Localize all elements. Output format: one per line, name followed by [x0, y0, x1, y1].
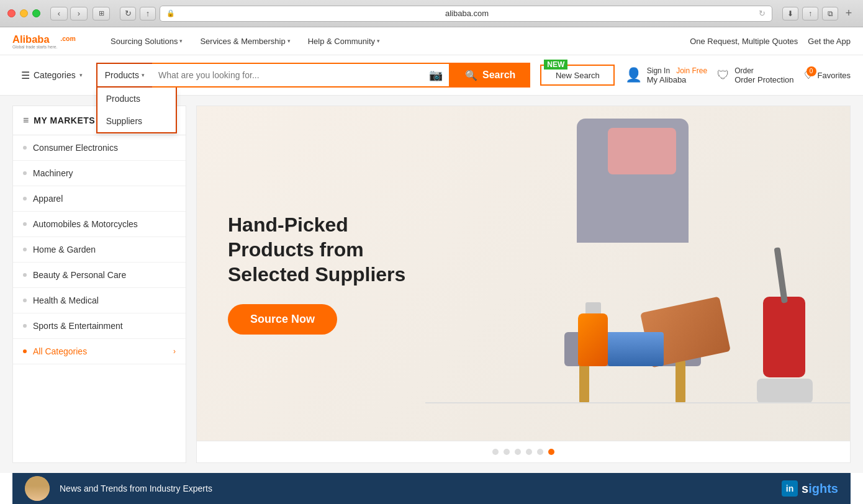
- traffic-lights: [7, 9, 40, 17]
- help-community-chevron: ▾: [377, 38, 380, 44]
- share-button[interactable]: ↑: [802, 7, 818, 20]
- user-actions: 👤 Sign In Join Free My Alibaba 🛡 Order O…: [625, 66, 851, 84]
- tab-display-button[interactable]: ⊞: [93, 7, 110, 20]
- dot-icon: [23, 146, 27, 150]
- carousel-dot-4[interactable]: [526, 449, 532, 455]
- heart-icon: ♡ 0: [804, 70, 813, 81]
- download-icon[interactable]: ⬇: [782, 7, 798, 20]
- refresh-icon[interactable]: ↻: [120, 7, 136, 20]
- order-protection-action[interactable]: 🛡 Order Order Protection: [717, 66, 793, 84]
- dot-icon: [23, 197, 27, 200]
- dot-icon: [23, 171, 27, 175]
- banner-area: Hand-Picked Products from Selected Suppl…: [196, 106, 851, 463]
- chair-leg-left: [579, 360, 589, 403]
- share-icon[interactable]: ↑: [140, 7, 156, 20]
- favorites-action[interactable]: ♡ 0 Favorites: [804, 70, 851, 81]
- address-bar[interactable]: 🔒 alibaba.com ↻: [160, 6, 772, 22]
- carousel-dot-6[interactable]: [548, 449, 554, 455]
- bottom-banner: News and Trends from Industry Experts in…: [12, 473, 851, 504]
- bottom-banner-text: News and Trends from Industry Experts: [60, 484, 212, 493]
- sidebar-item-machinery[interactable]: Machinery: [13, 161, 186, 186]
- new-search-text: New Search: [556, 71, 600, 80]
- sidebar-item-automobiles[interactable]: Automobiles & Motorcycles: [13, 212, 186, 237]
- sidebar-item-health-medical[interactable]: Health & Medical: [13, 288, 186, 313]
- menu-icon: ☰: [21, 70, 30, 81]
- bottle: [578, 302, 608, 366]
- services-membership-link[interactable]: Services & Membership ▾: [191, 27, 299, 55]
- products-dropdown: Products Suppliers: [96, 88, 177, 133]
- dropdown-item-suppliers[interactable]: Suppliers: [97, 110, 176, 132]
- carousel-dot-1[interactable]: [492, 449, 499, 455]
- add-tab-button[interactable]: +: [842, 7, 856, 20]
- carousel-content: Hand-Picked Products from Selected Suppl…: [197, 187, 458, 359]
- forward-button[interactable]: ›: [70, 7, 88, 20]
- new-tab-icon[interactable]: ⧉: [822, 7, 838, 20]
- lock-icon: 🔒: [166, 9, 175, 17]
- dot-icon: [23, 324, 27, 328]
- expert-avatar: [25, 476, 50, 501]
- svg-text:Alibaba: Alibaba: [12, 34, 50, 45]
- nav-right: One Request, Multiple Quotes Get the App: [690, 37, 851, 46]
- minimize-window-button[interactable]: [20, 9, 28, 17]
- list-icon: ≡: [23, 115, 29, 126]
- search-input[interactable]: [158, 70, 425, 80]
- search-button[interactable]: 🔍 Search: [450, 63, 530, 88]
- dropdown-item-products[interactable]: Products: [97, 88, 176, 110]
- carousel-dot-5[interactable]: [537, 449, 543, 455]
- window-chrome: ‹ › ⊞ ↻ ↑ 🔒 alibaba.com ↻ ⬇ ↑ ⧉ +: [0, 0, 863, 27]
- linkedin-icon: in: [782, 480, 798, 497]
- sourcing-solutions-link[interactable]: Sourcing Solutions ▾: [102, 27, 191, 55]
- sidebar-title: MY MARKETS: [34, 115, 95, 125]
- categories-chevron: ▾: [79, 72, 83, 78]
- sidebar-item-all-categories[interactable]: All Categories ›: [13, 339, 186, 364]
- main-area: ≡ MY MARKETS Consumer Electronics Machin…: [0, 96, 863, 473]
- nav-buttons: ‹ ›: [50, 7, 88, 20]
- logo-area[interactable]: Alibaba .com Global trade starts here.: [12, 30, 87, 52]
- window-actions: ⬇ ↑ ⧉ +: [782, 7, 856, 20]
- user-icon: 👤: [625, 67, 642, 83]
- top-nav-links: Sourcing Solutions ▾ Services & Membersh…: [102, 27, 690, 55]
- get-app-link[interactable]: Get the App: [808, 37, 851, 46]
- folded-clothes: [608, 332, 664, 366]
- categories-button[interactable]: ☰ Categories ▾: [12, 63, 91, 88]
- close-window-button[interactable]: [7, 9, 16, 17]
- carousel-image: [425, 106, 850, 441]
- sidebar-item-beauty[interactable]: Beauty & Personal Care: [13, 263, 186, 288]
- new-badge-label: NEW: [544, 60, 567, 70]
- products-button[interactable]: Products ▾: [96, 63, 152, 88]
- address-bar-area: ↻ ↑ 🔒 alibaba.com ↻: [120, 6, 772, 22]
- products-dropdown-wrapper: Products ▾ Products Suppliers: [96, 63, 152, 88]
- address-text: alibaba.com: [179, 9, 755, 18]
- carousel: Hand-Picked Products from Selected Suppl…: [196, 106, 851, 441]
- source-now-button[interactable]: Source Now: [228, 304, 337, 335]
- search-input-area: 📷: [152, 63, 450, 88]
- top-nav: Alibaba .com Global trade starts here. S…: [0, 27, 863, 55]
- help-community-link[interactable]: Help & Community ▾: [299, 27, 389, 55]
- carousel-dot-2[interactable]: [504, 449, 510, 455]
- new-search-badge[interactable]: NEW New Search: [540, 65, 615, 86]
- carousel-dot-3[interactable]: [515, 449, 521, 455]
- dot-icon-active: [23, 349, 27, 353]
- sign-in-action[interactable]: 👤 Sign In Join Free My Alibaba: [625, 66, 707, 84]
- dot-icon: [23, 299, 27, 302]
- back-button[interactable]: ‹: [50, 7, 68, 20]
- product-scene: [425, 106, 850, 441]
- sidebar: ≡ MY MARKETS Consumer Electronics Machin…: [12, 106, 186, 463]
- one-request-link[interactable]: One Request, Multiple Quotes: [690, 37, 798, 46]
- svg-text:.com: .com: [60, 35, 76, 42]
- dot-icon: [23, 273, 27, 277]
- shield-icon: 🛡: [717, 68, 730, 83]
- search-row: ☰ Categories ▾ Products ▾ Products Suppl…: [0, 55, 863, 96]
- carousel-dots: [196, 441, 851, 463]
- sidebar-item-apparel[interactable]: Apparel: [13, 186, 186, 212]
- sourcing-solutions-chevron: ▾: [179, 38, 183, 44]
- search-icon: 🔍: [465, 70, 477, 81]
- sidebar-item-home-garden[interactable]: Home & Garden: [13, 237, 186, 263]
- chair-cushion: [608, 128, 676, 174]
- services-membership-chevron: ▾: [287, 38, 291, 44]
- sidebar-item-sports-entertainment[interactable]: Sports & Entertainment: [13, 313, 186, 339]
- dot-icon: [23, 248, 27, 251]
- camera-icon[interactable]: 📷: [429, 68, 443, 82]
- fullscreen-window-button[interactable]: [32, 9, 40, 17]
- sidebar-item-consumer-electronics[interactable]: Consumer Electronics: [13, 135, 186, 161]
